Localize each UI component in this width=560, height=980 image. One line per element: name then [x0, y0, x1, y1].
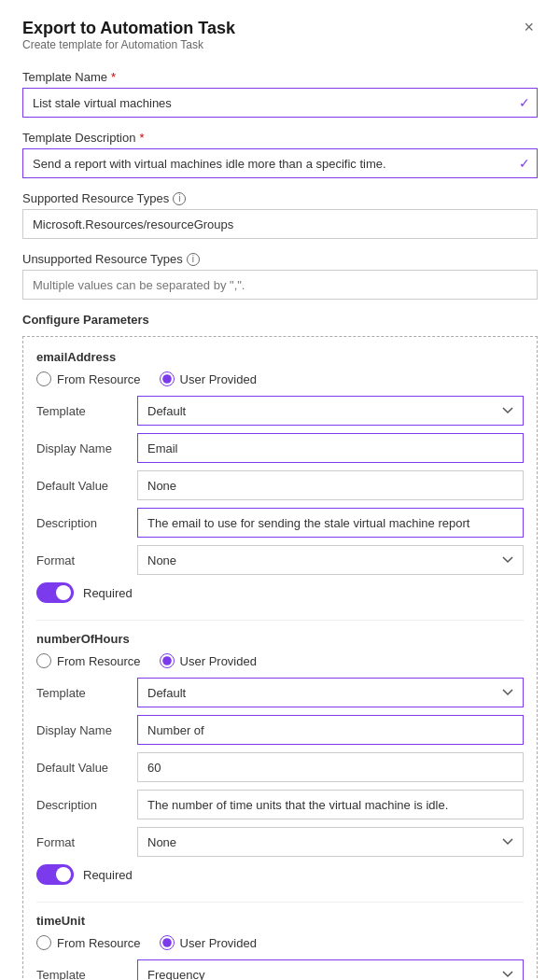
email-default-value-label: Default Value	[36, 479, 130, 493]
numberof-default-value-input[interactable]	[137, 752, 524, 782]
required-star-desc: *	[139, 131, 144, 145]
email-format-select[interactable]: None	[137, 545, 524, 575]
configure-params-label: Configure Parameters	[22, 313, 538, 327]
close-button[interactable]: ×	[520, 19, 538, 35]
template-desc-input[interactable]	[22, 148, 538, 178]
timeunit-template-label: Template	[36, 968, 130, 981]
numberof-toggle-slider	[36, 864, 74, 885]
numberof-required-toggle[interactable]	[36, 864, 74, 885]
numberof-user-provided-option[interactable]: User Provided	[160, 653, 257, 668]
numberof-default-value-label: Default Value	[36, 761, 130, 775]
timeunit-user-provided-option[interactable]: User Provided	[160, 935, 257, 950]
dialog-subtitle: Create template for Automation Task	[22, 38, 235, 51]
template-desc-label: Template Description *	[22, 131, 538, 145]
param-timeunit-name: timeUnit	[36, 914, 524, 928]
timeunit-user-provided-label: User Provided	[180, 936, 257, 950]
email-user-provided-label: User Provided	[180, 372, 257, 386]
numberof-template-select[interactable]: Default	[137, 678, 524, 707]
timeunit-from-resource-radio[interactable]	[36, 935, 51, 950]
numberof-user-provided-label: User Provided	[180, 654, 257, 668]
supported-types-input[interactable]	[22, 209, 538, 239]
email-template-select[interactable]: Default	[137, 396, 524, 426]
email-template-label: Template	[36, 404, 130, 418]
numberof-from-resource-option[interactable]: From Resource	[36, 653, 141, 668]
numberof-description-label: Description	[36, 798, 130, 812]
numberof-user-provided-radio[interactable]	[160, 653, 175, 668]
numberof-required-label: Required	[83, 868, 133, 882]
email-required-label: Required	[83, 586, 133, 600]
numberof-template-label: Template	[36, 686, 130, 700]
numberof-from-resource-radio[interactable]	[36, 653, 51, 668]
email-from-resource-label: From Resource	[57, 372, 141, 386]
email-display-name-input[interactable]	[137, 433, 524, 463]
numberof-from-resource-label: From Resource	[57, 654, 141, 668]
email-from-resource-radio[interactable]	[36, 371, 51, 386]
email-default-value-input[interactable]	[137, 470, 524, 500]
numberof-format-label: Format	[36, 835, 130, 849]
email-description-label: Description	[36, 516, 130, 530]
template-name-label: Template Name *	[22, 70, 538, 84]
email-display-name-label: Display Name	[36, 441, 130, 455]
numberof-display-name-input[interactable]	[137, 715, 524, 745]
numberof-description-input[interactable]	[137, 790, 524, 819]
email-required-toggle[interactable]	[36, 582, 74, 603]
email-user-provided-radio[interactable]	[160, 371, 175, 386]
param-email-name: emailAddress	[36, 350, 524, 364]
timeunit-user-provided-radio[interactable]	[160, 935, 175, 950]
numberof-display-name-label: Display Name	[36, 723, 130, 737]
template-name-input[interactable]	[22, 88, 538, 118]
check-icon: ✓	[519, 95, 530, 110]
check-icon-desc: ✓	[519, 156, 530, 171]
email-format-label: Format	[36, 553, 130, 567]
numberof-format-select[interactable]: None	[137, 827, 524, 857]
required-star: *	[111, 70, 116, 84]
param-numberof-name: numberOfHours	[36, 632, 524, 646]
email-toggle-slider	[36, 582, 74, 603]
unsupported-types-label: Unsupported Resource Types i	[22, 252, 538, 266]
timeunit-from-resource-option[interactable]: From Resource	[36, 935, 141, 950]
email-from-resource-option[interactable]: From Resource	[36, 371, 141, 386]
dialog-title: Export to Automation Task	[22, 19, 235, 38]
email-user-provided-option[interactable]: User Provided	[160, 371, 257, 386]
timeunit-from-resource-label: From Resource	[57, 936, 141, 950]
info-icon-supported[interactable]: i	[173, 192, 186, 205]
info-icon-unsupported[interactable]: i	[187, 253, 200, 266]
timeunit-template-select[interactable]: Frequency	[137, 959, 524, 980]
email-description-input[interactable]	[137, 508, 524, 538]
unsupported-types-input[interactable]	[22, 270, 538, 300]
supported-types-label: Supported Resource Types i	[22, 191, 538, 205]
